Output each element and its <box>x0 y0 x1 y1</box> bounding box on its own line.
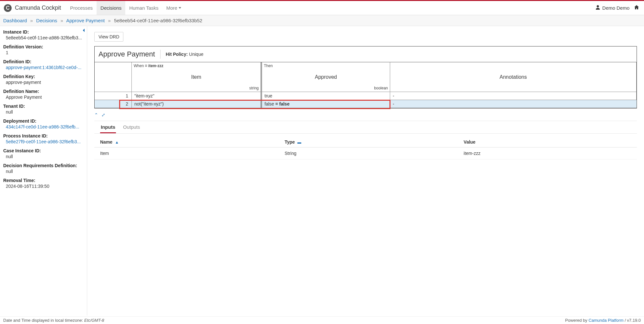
collapse-table-icon[interactable]: ⌃ <box>94 112 98 117</box>
collapse-sidebar-button[interactable] <box>82 28 86 34</box>
breadcrumb-decisions[interactable]: Decisions <box>36 18 57 23</box>
view-drd-button[interactable]: View DRD <box>94 32 123 42</box>
rule-row-number: 2 <box>95 100 132 108</box>
sidebar: Instance ID: 5e8eeb54-ce0f-11ee-a986-32f… <box>0 26 87 316</box>
tenant-id-label: Tenant ID: <box>3 104 84 109</box>
rule-row-number: 1 <box>95 92 132 100</box>
rule-output-cell: true <box>261 92 390 100</box>
tab-inputs[interactable]: Inputs <box>100 121 116 133</box>
nav-human-tasks[interactable]: Human Tasks <box>125 1 162 15</box>
dmn-title: Approve Payment <box>99 50 155 58</box>
definition-version-value: 1 <box>6 50 84 55</box>
removal-time-value: 2024-08-16T11:39:50 <box>6 184 84 189</box>
case-instance-id-value: null <box>6 154 84 159</box>
breadcrumb-dashboard[interactable]: Dashboard <box>3 18 27 23</box>
cell-name: Item <box>94 147 279 159</box>
nav-processes[interactable]: Processes <box>66 1 97 15</box>
deployment-id-link[interactable]: 434c147f-ce0d-11ee-a986-32f6efb... <box>6 124 79 129</box>
main-nav: Processes Decisions Human Tasks More <box>66 1 185 15</box>
nav-more-label: More <box>166 5 177 11</box>
deployment-id-label: Deployment ID: <box>3 118 84 124</box>
home-dropdown[interactable] <box>634 5 640 11</box>
rule-input-cell: "item-xyz" <box>132 92 261 100</box>
caret-down-icon <box>179 7 181 9</box>
dmn-table-controls: ⌃ ⤢ <box>94 112 637 117</box>
instance-id-label: Instance ID: <box>3 29 84 35</box>
then-label: Then <box>264 64 273 68</box>
annotations-header: Annotations <box>390 62 637 92</box>
home-icon <box>634 5 639 11</box>
sort-none-icon: ▬ <box>297 140 301 145</box>
breadcrumb-approve-payment[interactable]: Approve Payment <box>66 18 105 23</box>
definition-version-label: Definition Version: <box>3 44 84 49</box>
tenant-id-value: null <box>6 109 84 115</box>
tab-outputs[interactable]: Outputs <box>122 121 141 133</box>
app-title: Camunda Cockpit <box>15 5 61 11</box>
user-menu[interactable]: Demo Demo <box>595 5 629 11</box>
main-content: View DRD Approve Payment Hit Policy: Uni… <box>87 26 644 316</box>
when-expression: = item-zzz <box>145 64 163 68</box>
expand-table-icon[interactable]: ⤢ <box>101 112 105 117</box>
process-instance-id-link[interactable]: 5e8e27f9-ce0f-11ee-a986-32f6efb3... <box>6 139 81 144</box>
breadcrumb: Dashboard » Decisions » Approve Payment … <box>0 15 644 26</box>
definition-id-link[interactable]: approve-payment:1:4361bf62-ce0d-... <box>6 65 81 70</box>
when-label: When <box>134 64 144 68</box>
rule-input-cell: not("item-xyz") <box>132 100 261 108</box>
case-instance-id-label: Case Instance ID: <box>3 148 84 153</box>
cell-type: String <box>279 147 458 159</box>
inputs-table: Name ▲ Type ▬ Value Item String ite <box>94 137 637 159</box>
col-name-header[interactable]: Name ▲ <box>94 137 279 147</box>
output-column-header: Then Approved boolean <box>261 62 390 92</box>
table-row: Item String item-zzz <box>94 147 637 159</box>
rule-number-header <box>95 62 132 92</box>
output-type: boolean <box>374 86 388 90</box>
breadcrumb-instance-id: 5e8eeb54-ce0f-11ee-a986-32f6efb33b52 <box>114 18 203 23</box>
removal-time-label: Removal Time: <box>3 178 84 183</box>
nav-more[interactable]: More <box>162 1 185 15</box>
sort-asc-icon: ▲ <box>115 140 119 145</box>
rule-annotation-cell: - <box>390 100 637 108</box>
output-name: Approved <box>262 62 390 92</box>
drd-label: Decision Requirements Definition: <box>3 163 84 168</box>
definition-key-value: approve-payment <box>6 80 84 85</box>
logo-icon: C <box>4 4 12 12</box>
user-name: Demo Demo <box>602 5 629 11</box>
process-instance-id-label: Process Instance ID: <box>3 133 84 138</box>
input-column-header: When = item-zzz Item string <box>132 62 261 92</box>
user-icon <box>595 5 600 11</box>
cell-value: item-zzz <box>458 147 637 159</box>
dmn-table: Approve Payment Hit Policy: Unique When … <box>94 46 637 108</box>
definition-key-label: Definition Key: <box>3 74 84 79</box>
definition-name-label: Definition Name: <box>3 89 84 94</box>
io-tabs: Inputs Outputs <box>94 121 637 134</box>
rule-annotation-cell: - <box>390 92 637 100</box>
input-type: string <box>249 86 259 90</box>
rule-output-cell: false = false <box>261 100 390 108</box>
col-type-header[interactable]: Type ▬ <box>279 137 458 147</box>
definition-name-value: Approve Payment <box>6 95 84 100</box>
instance-id-value: 5e8eeb54-ce0f-11ee-a986-32f6efb3... <box>6 35 84 40</box>
nav-decisions[interactable]: Decisions <box>97 1 125 15</box>
col-value-header[interactable]: Value <box>458 137 637 147</box>
top-header: C Camunda Cockpit Processes Decisions Hu… <box>0 1 644 15</box>
hit-policy-value: Unique <box>189 52 203 57</box>
annotations-label: Annotations <box>390 62 636 92</box>
hit-policy-label: Hit Policy: <box>166 52 188 57</box>
drd-value: null <box>6 169 84 174</box>
definition-id-label: Definition ID: <box>3 59 84 64</box>
